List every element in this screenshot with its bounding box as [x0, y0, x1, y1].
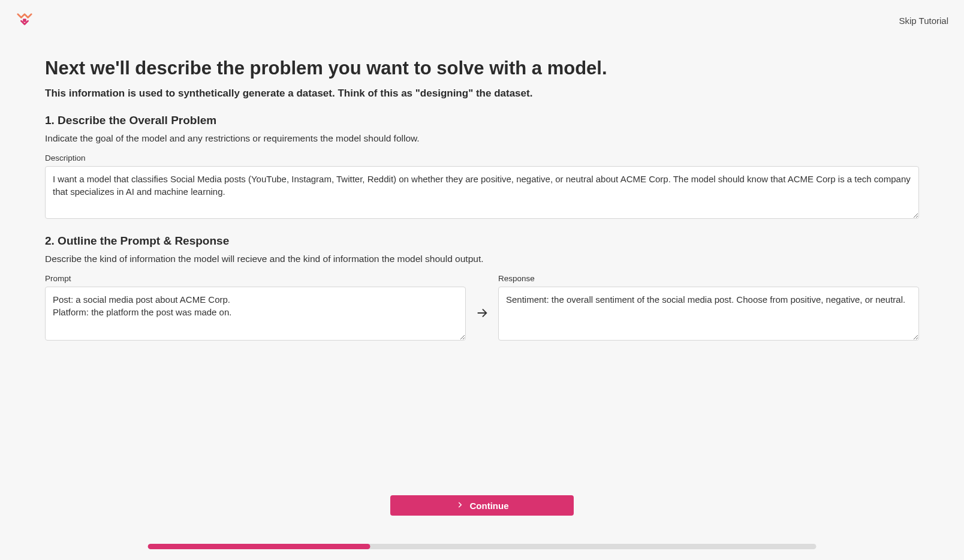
prompt-label: Prompt: [45, 274, 466, 283]
description-label: Description: [45, 153, 919, 162]
section2-heading: 2. Outline the Prompt & Response: [45, 234, 919, 248]
response-label: Response: [498, 274, 919, 283]
section2-desc: Describe the kind of information the mod…: [45, 254, 919, 264]
response-input[interactable]: [498, 287, 919, 341]
prompt-input[interactable]: [45, 287, 466, 341]
continue-button-label: Continue: [470, 501, 509, 511]
svg-rect-0: [23, 19, 26, 22]
continue-button[interactable]: Continue: [390, 495, 574, 516]
progress-fill: [148, 544, 370, 549]
arrow-right-icon: [475, 306, 489, 322]
skip-tutorial-link[interactable]: Skip Tutorial: [899, 11, 948, 26]
chevron-right-icon: [456, 501, 464, 511]
page-subtitle: This information is used to syntheticall…: [45, 88, 919, 100]
section1-heading: 1. Describe the Overall Problem: [45, 114, 919, 127]
progress-bar: [148, 544, 817, 549]
description-input[interactable]: [45, 166, 919, 219]
section1-desc: Indicate the goal of the model and any r…: [45, 133, 919, 144]
app-logo: [16, 11, 34, 29]
page-title: Next we'll describe the problem you want…: [45, 58, 919, 79]
